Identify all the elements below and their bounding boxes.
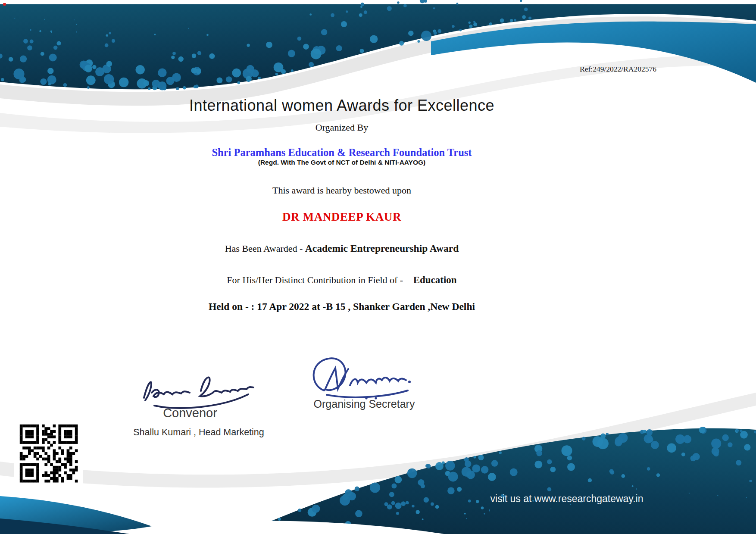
award-prefix: Has Been Awarded - bbox=[225, 243, 305, 254]
organization-name: Shri Paramhans Education & Research Foun… bbox=[0, 147, 684, 159]
convenor-detail-label: Shallu Kumari , Head Marketing bbox=[128, 427, 270, 438]
recipient-name: DR MANDEEP KAUR bbox=[0, 210, 684, 224]
field-value: Education bbox=[413, 275, 457, 285]
corner-red-mark bbox=[3, 3, 6, 6]
field-line: For His/Her Distinct Contribution in Fie… bbox=[0, 275, 684, 286]
organising-secretary-role-label: Organising Secretary bbox=[302, 398, 427, 410]
certificate-page: Ref:249/2022/RA202576 International wome… bbox=[0, 0, 756, 534]
field-prefix: For His/Her Distinct Contribution in Fie… bbox=[227, 275, 405, 285]
qr-code bbox=[14, 419, 83, 488]
bestowed-line: This award is hearby bestowed upon bbox=[0, 185, 684, 196]
certificate-title: International women Awards for Excellenc… bbox=[0, 97, 684, 115]
website-link-text: visit us at www.researchgateway.in bbox=[489, 493, 644, 505]
award-name: Academic Entrepreneurship Award bbox=[305, 243, 459, 254]
organising-secretary-signature bbox=[302, 349, 414, 402]
convenor-signature bbox=[138, 364, 263, 409]
organized-by-label: Organized By bbox=[0, 122, 684, 133]
award-line: Has Been Awarded - Academic Entrepreneur… bbox=[0, 243, 684, 254]
convenor-role-label: Convenor bbox=[128, 406, 253, 420]
held-on-line: Held on - : 17 Apr 2022 at -B 15 , Shank… bbox=[0, 301, 684, 312]
registration-note: (Regd. With The Govt of NCT of Delhi & N… bbox=[0, 159, 684, 166]
ref-number: Ref:249/2022/RA202576 bbox=[580, 65, 683, 74]
